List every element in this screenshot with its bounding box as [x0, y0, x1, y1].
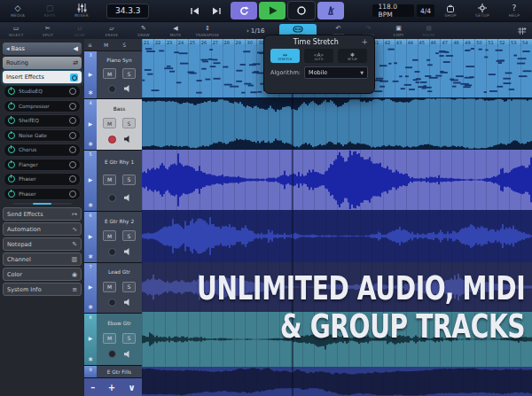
freeze-icon[interactable]: ∗ [88, 304, 94, 311]
track-color-strip[interactable]: 8▶∗ [84, 314, 97, 365]
record-arm-button[interactable] [108, 350, 116, 358]
tool-transpose[interactable]: ↕TRANSPOSE [192, 22, 223, 40]
collapse-button[interactable]: ∨ [129, 384, 136, 392]
track-header-ebow-gtr[interactable]: 8▶∗Ebow GtrMS [84, 314, 142, 366]
speaker-icon[interactable] [124, 248, 131, 255]
global-solo-button[interactable]: S [122, 42, 126, 48]
effect-power-icon[interactable] [8, 117, 15, 124]
freeze-icon[interactable]: ∗ [88, 356, 94, 363]
effect-preset-icon[interactable] [69, 161, 76, 168]
cycle-button[interactable] [231, 2, 257, 19]
add-track-button[interactable]: + [108, 384, 115, 392]
speaker-icon[interactable] [124, 136, 131, 143]
track-color-strip[interactable]: 7▶∗ [84, 263, 97, 313]
track-monitor-icon[interactable]: ▶ [89, 335, 93, 341]
record-arm-button[interactable] [108, 194, 116, 202]
speaker-icon[interactable] [124, 85, 131, 92]
record-button[interactable] [287, 1, 316, 20]
waveform-region[interactable] [142, 97, 532, 150]
insert-effects-button[interactable]: Insert Effects [3, 71, 82, 83]
track-solo-button[interactable]: S [122, 282, 136, 292]
topbar-button-mixer[interactable]: MIXER [66, 0, 98, 21]
track-mute-button[interactable]: M [103, 175, 116, 185]
speaker-icon[interactable] [124, 351, 131, 358]
time-signature-display[interactable]: 4/4 [417, 4, 434, 17]
effect-preset-icon[interactable] [69, 88, 76, 95]
next-marker-button[interactable] [206, 2, 229, 19]
track-header-e-gtr-rhy-1[interactable]: 5▶∗E Gtr Rhy 1MS [84, 151, 142, 212]
inspector-section-send-effects[interactable]: Send Effects↦ [3, 207, 82, 221]
freeze-icon[interactable]: ∗ [88, 141, 94, 148]
waveform-region[interactable] [142, 367, 532, 396]
track-solo-button[interactable]: S [122, 118, 136, 128]
track-color-strip[interactable]: 4▶∗ [84, 99, 97, 150]
waveform-region[interactable] [142, 210, 532, 262]
insert-effect-slot[interactable]: StudioEQ [4, 85, 81, 98]
effect-preset-icon[interactable] [69, 175, 76, 182]
tool-split[interactable]: ✂SPLIT [32, 22, 64, 40]
track-solo-button[interactable]: S [122, 68, 136, 79]
copy-button[interactable]: ▣COPY [384, 22, 414, 40]
track-monitor-icon[interactable]: ▶ [89, 283, 93, 290]
track-mute-button[interactable]: M [103, 282, 116, 292]
track-list-icon[interactable]: ≡ [88, 42, 92, 48]
freeze-icon[interactable]: ∗ [88, 253, 94, 260]
stretch-mode-setup[interactable]: ✱SETUP [338, 49, 367, 63]
track-color-strip[interactable]: 9 [84, 366, 97, 377]
track-monitor-icon[interactable]: ▶ [89, 71, 93, 77]
track-solo-button[interactable]: S [122, 175, 136, 185]
insert-effect-slot[interactable]: Phaser [4, 173, 81, 186]
insert-effect-slot[interactable]: Compressor [4, 100, 81, 113]
track-header-body[interactable]: Ebow GtrMS [97, 314, 142, 365]
effect-preset-icon[interactable] [69, 190, 76, 198]
track-header-body[interactable]: E Gtr Fills [97, 366, 142, 377]
freeze-icon[interactable]: ∗ [88, 202, 94, 209]
record-arm-button[interactable] [108, 248, 116, 256]
track-mute-button[interactable]: M [103, 118, 116, 128]
topbar-button-shop[interactable]: SHOP [434, 0, 466, 21]
track-solo-button[interactable]: S [122, 230, 136, 241]
track-header-body[interactable]: BassMS [97, 99, 142, 150]
global-mute-button[interactable]: M [104, 42, 108, 48]
stretch-mode-auto[interactable]: «A»AUTO [304, 49, 333, 63]
tool-select[interactable]: ▭SELECT [0, 22, 32, 40]
track-color-strip[interactable]: 6▶∗ [84, 212, 97, 262]
track-header-piano-syn[interactable]: 3▶∗Piano SynMS [84, 51, 142, 99]
track-header-e-gtr-rhy-2[interactable]: 6▶∗E Gtr Rhy 2MS [84, 212, 142, 263]
track-monitor-icon[interactable]: ▶ [89, 176, 93, 182]
record-arm-button[interactable] [108, 136, 116, 144]
record-arm-button[interactable] [108, 85, 116, 93]
effect-preset-icon[interactable] [69, 117, 76, 124]
effect-power-icon[interactable] [8, 161, 15, 168]
tool-draw[interactable]: ✎DRAW [128, 22, 160, 40]
inspector-section-channel[interactable]: Channel▥ [3, 252, 82, 266]
track-header-body[interactable]: E Gtr Rhy 2MS [97, 212, 142, 262]
effect-power-icon[interactable] [8, 132, 15, 139]
track-monitor-icon[interactable]: ▶ [89, 120, 93, 127]
track-mute-button[interactable]: M [103, 68, 116, 79]
track-header-e-gtr-fills[interactable]: 9E Gtr Fills [84, 366, 142, 378]
track-color-strip[interactable]: 5▶∗ [84, 151, 97, 211]
effect-preset-icon[interactable] [69, 132, 76, 139]
effect-power-icon[interactable] [8, 103, 15, 110]
insert-effect-slot[interactable]: Phaser [4, 188, 81, 201]
track-header-body[interactable]: Piano SynMS [97, 51, 142, 98]
topbar-button-setup[interactable]: SETUP [466, 0, 498, 21]
effect-power-icon[interactable] [8, 88, 15, 95]
insert-effect-slot[interactable]: Noise Gate [4, 129, 81, 143]
stretch-mode-stretch[interactable]: ↔STRETCH [270, 49, 300, 63]
effect-preset-icon[interactable] [69, 146, 76, 153]
metronome-button[interactable] [317, 2, 344, 19]
track-header-body[interactable]: E Gtr Rhy 1MS [97, 151, 142, 211]
inspector-section-automation[interactable]: Automation∿ [3, 222, 82, 236]
play-button[interactable] [259, 2, 286, 19]
tool-erase[interactable]: ▱ERASE [96, 22, 128, 40]
effect-power-icon[interactable] [8, 146, 15, 153]
waveform-region[interactable] [142, 150, 532, 210]
insert-effect-slot[interactable]: Chorus [4, 144, 81, 157]
track-monitor-icon[interactable]: ▶ [89, 233, 93, 239]
inspector-section-notepad[interactable]: Notepad✎ [3, 237, 82, 251]
previous-marker-button[interactable] [183, 2, 206, 19]
zoom-grid-button[interactable] [517, 27, 527, 35]
track-solo-button[interactable]: S [122, 333, 136, 344]
